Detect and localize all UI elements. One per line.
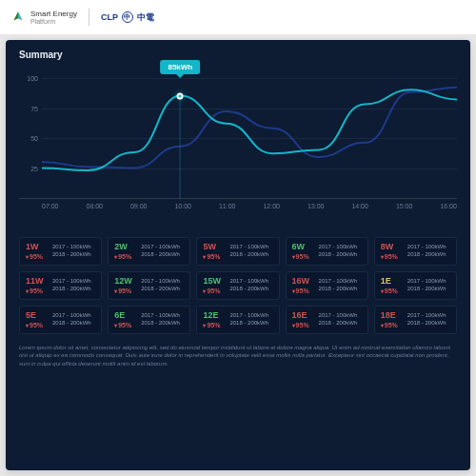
partner-brand: CLP 中 中電 (101, 11, 154, 24)
zone-year2: 2018 - 200kWh (319, 319, 358, 327)
zone-card[interactable]: 8W ▾95% 2017 - 100kWh 2018 - 200kWh (374, 237, 457, 266)
down-arrow-icon: ▾ (114, 288, 117, 294)
chart-y-tick: 25 (19, 166, 38, 172)
zone-code: 5W (203, 243, 224, 251)
chart-x-tick: 13:00 (307, 203, 325, 209)
zone-year2: 2018 - 200kWh (52, 319, 91, 327)
zone-code: 12E (203, 311, 224, 320)
zone-card-left: 12W ▾95% (114, 277, 135, 294)
zone-change: ▾95% (292, 322, 313, 328)
zone-year1: 2017 - 100kWh (319, 311, 358, 319)
zone-card[interactable]: 1W ▾95% 2017 - 100kWh 2018 - 200kWh (19, 237, 102, 266)
zone-year1: 2017 - 100kWh (52, 243, 91, 250)
zone-code: 15W (203, 277, 224, 286)
zone-card-left: 1W ▾95% (26, 243, 47, 260)
zone-year2: 2018 - 200kWh (407, 250, 446, 258)
zone-card[interactable]: 5W ▾95% 2017 - 100kWh 2018 - 200kWh (196, 237, 279, 266)
zone-code: 16W (292, 277, 313, 286)
down-arrow-icon: ▾ (292, 288, 295, 294)
down-arrow-icon: ▾ (26, 288, 29, 294)
zone-change: ▾95% (381, 253, 402, 260)
zone-card[interactable]: 15W ▾95% 2017 - 100kWh 2018 - 200kWh (196, 271, 279, 300)
zone-code: 1W (26, 243, 47, 251)
zone-change: ▾95% (292, 253, 313, 260)
zone-card-left: 15W ▾95% (203, 277, 224, 294)
zone-code: 6W (292, 243, 313, 251)
zone-year1: 2017 - 100kWh (407, 243, 446, 250)
zone-change: ▾95% (26, 322, 47, 328)
dashboard-panel: Summary 85kWh 255075100 07:0008:0009:001… (6, 40, 470, 470)
zone-year2: 2018 - 200kWh (407, 319, 446, 327)
zone-change: ▾95% (114, 253, 135, 260)
zone-year2: 2018 - 200kWh (407, 285, 446, 292)
zone-year2: 2018 - 200kWh (229, 319, 268, 327)
zone-card-right: 2017 - 100kWh 2018 - 200kWh (407, 243, 446, 260)
down-arrow-icon: ▾ (381, 288, 384, 294)
zone-card-right: 2017 - 100kWh 2018 - 200kWh (229, 243, 268, 260)
zone-card-right: 2017 - 100kWh 2018 - 200kWh (319, 277, 358, 294)
chart-x-tick: 07:00 (42, 203, 59, 209)
zone-card-right: 2017 - 100kWh 2018 - 200kWh (407, 311, 446, 328)
down-arrow-icon: ▾ (381, 253, 384, 260)
down-arrow-icon: ▾ (114, 322, 117, 328)
zone-year1: 2017 - 100kWh (407, 311, 446, 319)
zone-year2: 2018 - 200kWh (141, 250, 180, 258)
zone-code: 11W (26, 277, 47, 286)
zone-year1: 2017 - 100kWh (229, 311, 268, 319)
zone-card-right: 2017 - 100kWh 2018 - 200kWh (407, 277, 446, 294)
chart-lines (42, 66, 457, 198)
top-bar: Smart Energy Platform CLP 中 中電 (0, 0, 476, 34)
chart-x-tick: 16:00 (440, 203, 457, 209)
chart-x-tick: 08:00 (86, 203, 103, 209)
chart-x-axis: 07:0008:0009:0010:0011:0012:0013:0014:00… (19, 199, 457, 209)
header-divider (89, 9, 89, 26)
zone-card-right: 2017 - 100kWh 2018 - 200kWh (141, 277, 180, 294)
zone-card-left: 5W ▾95% (203, 243, 224, 260)
chart-series-line (42, 89, 457, 170)
zone-card[interactable]: 5E ▾95% 2017 - 100kWh 2018 - 200kWh (19, 306, 102, 334)
zone-card-right: 2017 - 100kWh 2018 - 200kWh (141, 311, 180, 328)
zone-card-right: 2017 - 100kWh 2018 - 200kWh (52, 243, 91, 260)
zone-card[interactable]: 6E ▾95% 2017 - 100kWh 2018 - 200kWh (108, 306, 190, 334)
zone-code: 1E (381, 277, 402, 286)
zone-card[interactable]: 12E ▾95% 2017 - 100kWh 2018 - 200kWh (196, 306, 279, 334)
zone-code: 8W (381, 243, 402, 251)
zone-card[interactable]: 12W ▾95% 2017 - 100kWh 2018 - 200kWh (108, 271, 190, 300)
down-arrow-icon: ▾ (292, 253, 295, 260)
zone-card-left: 6E ▾95% (114, 311, 135, 328)
zone-card[interactable]: 18E ▾95% 2017 - 100kWh 2018 - 200kWh (374, 306, 457, 334)
chart-x-tick: 11:00 (219, 203, 236, 209)
zone-card[interactable]: 1E ▾95% 2017 - 100kWh 2018 - 200kWh (374, 271, 457, 300)
zone-card-right: 2017 - 100kWh 2018 - 200kWh (229, 311, 268, 328)
zone-card[interactable]: 16E ▾95% 2017 - 100kWh 2018 - 200kWh (286, 306, 368, 334)
chart-series-line (42, 88, 457, 169)
down-arrow-icon: ▾ (381, 322, 384, 328)
zone-change: ▾95% (26, 253, 47, 260)
zone-card[interactable]: 11W ▾95% 2017 - 100kWh 2018 - 200kWh (19, 271, 102, 300)
zone-card-right: 2017 - 100kWh 2018 - 200kWh (52, 277, 91, 294)
zone-card-left: 1E ▾95% (381, 277, 402, 294)
zone-year1: 2017 - 100kWh (141, 311, 180, 319)
chart-y-tick: 100 (19, 74, 38, 81)
zone-card-left: 12E ▾95% (203, 311, 224, 328)
chart-y-tick: 50 (19, 135, 38, 142)
summary-chart[interactable]: 85kWh 255075100 07:0008:0009:0010:0011:0… (19, 66, 457, 228)
zone-card-left: 8W ▾95% (381, 243, 402, 260)
zone-code: 16E (292, 311, 313, 320)
zone-card-right: 2017 - 100kWh 2018 - 200kWh (141, 243, 180, 260)
zone-card[interactable]: 16W ▾95% 2017 - 100kWh 2018 - 200kWh (286, 271, 368, 300)
down-arrow-icon: ▾ (114, 253, 117, 260)
down-arrow-icon: ▾ (203, 322, 206, 328)
chart-x-tick: 15:00 (396, 203, 413, 209)
zone-year1: 2017 - 100kWh (52, 311, 91, 319)
zone-card[interactable]: 2W ▾95% 2017 - 100kWh 2018 - 200kWh (108, 237, 190, 266)
zone-year1: 2017 - 100kWh (52, 277, 91, 285)
chart-x-tick: 09:00 (130, 203, 148, 209)
zone-change: ▾95% (114, 288, 135, 294)
partner-prefix: CLP (101, 12, 118, 22)
brand-name: Smart Energy Platform (30, 10, 77, 25)
zone-card[interactable]: 6W ▾95% 2017 - 100kWh 2018 - 200kWh (286, 237, 368, 266)
brand-line1: Smart Energy (30, 10, 77, 18)
zone-change: ▾95% (26, 288, 47, 294)
zone-card-left: 11W ▾95% (26, 277, 47, 294)
